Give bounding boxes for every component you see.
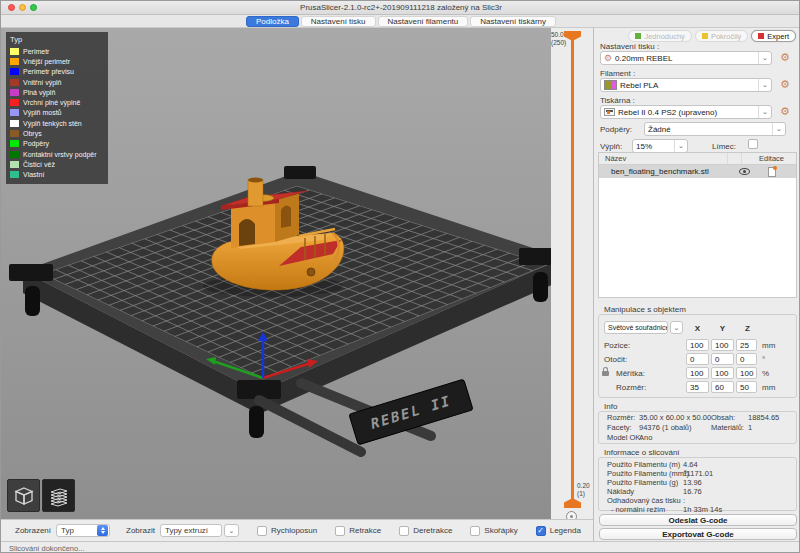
feature-checkbox[interactable]: ✓ bbox=[335, 526, 345, 536]
slice-info-rows: Použito Filamentu (m) 4.64 Použito Filam… bbox=[598, 460, 797, 514]
coordinate-space-dropdown-button[interactable]: ⌄ bbox=[670, 321, 683, 334]
printer-gear-button[interactable]: ⚙ bbox=[780, 106, 790, 117]
tab[interactable]: Nastavení tiskárny bbox=[470, 16, 556, 27]
chevron-down-icon: ⌄ bbox=[758, 52, 771, 64]
slice-info-label: Použito Filamentu (m) bbox=[607, 460, 680, 469]
manipulation-row-label: Měřítka: bbox=[616, 369, 645, 378]
legend-item-label: Vnější perimetr bbox=[23, 58, 70, 65]
z-value-input[interactable] bbox=[736, 381, 757, 393]
legend-color-swatch bbox=[10, 161, 19, 168]
slider-bottom-layer: (1) bbox=[577, 490, 590, 498]
filament-gear-button[interactable]: ⚙ bbox=[780, 79, 790, 90]
unit-label: mm bbox=[762, 383, 775, 392]
x-value-input[interactable] bbox=[686, 367, 709, 379]
info-value: Ano bbox=[639, 433, 652, 442]
feature-checkbox[interactable]: ✓ bbox=[470, 526, 480, 536]
printer-value: Rebel II 0.4 PS2 (upraveno) bbox=[615, 108, 758, 117]
mode-button[interactable]: Pokročilý bbox=[695, 30, 748, 42]
legend-item: Vnitřní výplň bbox=[10, 77, 104, 87]
feature-checkbox-label: Skořápky bbox=[484, 526, 517, 535]
show-combo-dropdown-button[interactable]: ⌄ bbox=[224, 524, 239, 537]
legend-item-label: Vrchní plné výplně bbox=[23, 99, 80, 106]
gear-icon: ⚙ bbox=[604, 53, 612, 63]
title-bar: PrusaSlicer-2.1.0-rc2+-201909111218 zalo… bbox=[1, 1, 800, 15]
print-settings-combo[interactable]: ⚙ 0.20mm REBEL ⌄ bbox=[600, 51, 772, 65]
filament-combo[interactable]: Rebel PLA ⌄ bbox=[600, 78, 772, 92]
printer-combo[interactable]: Rebel II 0.4 PS2 (upraveno) ⌄ bbox=[600, 105, 772, 119]
window-title: PrusaSlicer-2.1.0-rc2+-201909111218 zalo… bbox=[1, 3, 800, 12]
z-value-input[interactable] bbox=[736, 353, 757, 365]
y-value-input[interactable] bbox=[711, 353, 734, 365]
preview-view-button[interactable] bbox=[42, 479, 75, 512]
view-select-value: Typ bbox=[57, 526, 97, 535]
object-row[interactable]: ben_floating_benchmark.stl bbox=[599, 165, 796, 178]
eye-icon[interactable] bbox=[739, 168, 750, 175]
3d-viewport[interactable]: REBEL II bbox=[1, 28, 551, 519]
manipulation-title: Manipulace s objektem bbox=[604, 305, 686, 314]
chevron-down-icon: ⌄ bbox=[674, 140, 687, 152]
legend-item: Vlastní bbox=[10, 170, 104, 180]
info-value: 18854.65 bbox=[748, 413, 779, 422]
tab[interactable]: Nastavení filamentu bbox=[378, 16, 469, 27]
y-value-input[interactable] bbox=[711, 367, 734, 379]
info-row: Facety: 94376 (1 obalů) Materiálů: 1 bbox=[598, 423, 797, 433]
feature-checkbox-group: ✓ Deretrakce bbox=[399, 526, 452, 536]
mode-button[interactable]: Jednoduchý bbox=[628, 30, 691, 42]
z-value-input[interactable] bbox=[736, 339, 757, 351]
slice-info-row: Použito Filamentu (g) 13.96 bbox=[598, 478, 797, 487]
y-value-input[interactable] bbox=[711, 339, 734, 351]
slider-top-value: 50.00 bbox=[551, 31, 563, 39]
feature-checkbox-group: ✓ Legenda bbox=[536, 526, 581, 536]
edit-object-icon[interactable] bbox=[768, 167, 776, 177]
x-value-input[interactable] bbox=[686, 381, 709, 393]
infill-combo[interactable]: 15% ⌄ bbox=[632, 139, 688, 153]
brim-checkbox[interactable]: ✓ bbox=[748, 139, 758, 149]
slice-info-row: - normální režim 1h 33m 14s bbox=[598, 505, 797, 514]
slice-info-label: Náklady bbox=[607, 487, 634, 496]
benchy-arch bbox=[239, 219, 255, 246]
legend-item: Vrchní plné výplně bbox=[10, 97, 104, 107]
legend-item-label: Podpěry bbox=[23, 140, 49, 147]
show-combo[interactable]: Typy extruzí bbox=[160, 524, 222, 537]
filament-label: Filament : bbox=[600, 69, 635, 78]
3d-editor-view-button[interactable] bbox=[7, 479, 40, 512]
manipulation-row: Otočit: ° bbox=[594, 353, 793, 365]
x-column-header: X bbox=[686, 324, 709, 333]
send-gcode-button[interactable]: Odeslat G-code bbox=[599, 514, 797, 526]
manipulation-row-label: Pozice: bbox=[604, 341, 630, 350]
x-value-input[interactable] bbox=[686, 353, 709, 365]
edit-column-header: Editace bbox=[759, 154, 784, 163]
layer-slider-track[interactable] bbox=[571, 40, 574, 502]
tab[interactable]: Podložka bbox=[246, 16, 299, 27]
print-settings-gear-button[interactable]: ⚙ bbox=[780, 52, 790, 63]
supports-label: Podpěry: bbox=[600, 125, 632, 134]
slice-info-label: Použito Filamentu (g) bbox=[607, 478, 678, 487]
main-tab-bar: Podložka Nastavení tisku Nastavení filam… bbox=[1, 15, 800, 28]
chevron-down-icon: ⌄ bbox=[758, 106, 771, 118]
feature-checkbox[interactable]: ✓ bbox=[536, 526, 546, 536]
coordinate-space-combo[interactable]: Světové souřadnice bbox=[604, 321, 668, 334]
mode-button[interactable]: Expert bbox=[751, 30, 796, 42]
layer-slider-upper-handle[interactable] bbox=[564, 31, 581, 41]
mode-label: Expert bbox=[767, 32, 789, 41]
supports-combo[interactable]: Žádné ⌄ bbox=[644, 122, 786, 136]
legend-item: Plná výplň bbox=[10, 87, 104, 97]
export-gcode-button[interactable]: Exportovat G-code bbox=[599, 528, 797, 540]
view-select[interactable]: Typ bbox=[56, 524, 110, 537]
mode-switcher: Jednoduchý Pokročilý Expert bbox=[628, 30, 796, 42]
x-value-input[interactable] bbox=[686, 339, 709, 351]
y-value-input[interactable] bbox=[711, 381, 734, 393]
mode-color-square bbox=[758, 33, 764, 39]
legend-color-swatch bbox=[10, 58, 19, 65]
lock-icon[interactable] bbox=[602, 371, 609, 376]
feature-checkbox[interactable]: ✓ bbox=[399, 526, 409, 536]
tab[interactable]: Nastavení tisku bbox=[301, 16, 376, 27]
z-value-input[interactable] bbox=[736, 367, 757, 379]
legend-color-swatch bbox=[10, 109, 19, 116]
layer-slider-lower-handle[interactable] bbox=[564, 498, 581, 508]
feature-checkbox[interactable]: ✓ bbox=[257, 526, 267, 536]
info-rows: Rozměr: 35.00 x 60.00 x 50.00 Obsah: 188… bbox=[598, 413, 797, 443]
coordinate-space-value: Světové souřadnice bbox=[605, 324, 667, 331]
print-settings-label: Nastavení tisku : bbox=[600, 42, 659, 51]
extrusion-type-legend: Typ Perimetr Vnější perimetr Perimetr př… bbox=[6, 32, 108, 184]
